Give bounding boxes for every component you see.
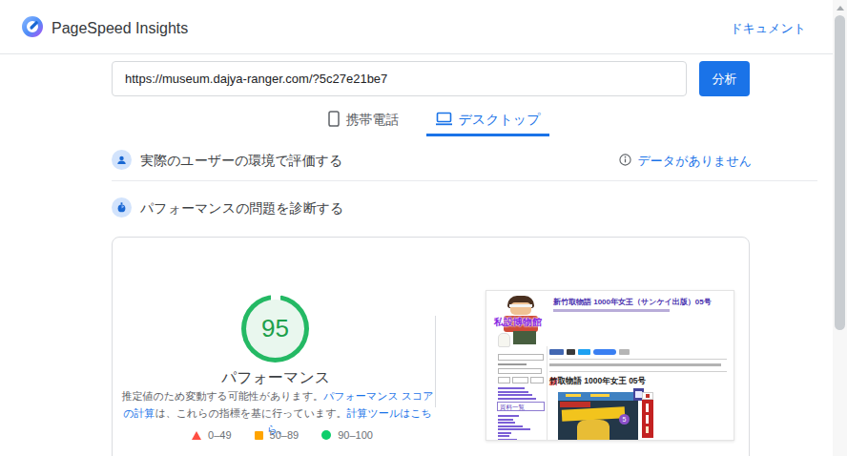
legend-item-average: 50–89 bbox=[255, 429, 300, 441]
performance-score-value: 95 bbox=[261, 314, 289, 343]
score-legend: 0–49 50–89 90–100 bbox=[149, 429, 416, 441]
disclaimer-text-1: 推定値のため変動する可能性があります。 bbox=[122, 390, 324, 402]
legend-item-poor: 0–49 bbox=[192, 429, 231, 441]
red-triangle-icon bbox=[192, 431, 201, 440]
pagespeed-insights-app: PageSpeed Insights ドキュメント 分析 携帯電話 デスクトップ… bbox=[0, 0, 868, 456]
performance-label: パフォーマンス bbox=[180, 368, 371, 388]
thumb-tagline-bar bbox=[553, 309, 670, 312]
orange-square-icon bbox=[255, 431, 263, 440]
tab-mobile[interactable]: 携帯電話 bbox=[324, 107, 403, 134]
performance-report-card: 95 パフォーマンス 推定値のため変動する可能性があります。パフォーマンス スコ… bbox=[112, 237, 750, 456]
thumb-column-divider bbox=[547, 346, 548, 441]
section-divider bbox=[112, 180, 817, 181]
scrollbar-up-arrow[interactable] bbox=[837, 6, 844, 10]
thumb-page-title: 新竹取物語 1000年女王（サンケイ出版）05号 bbox=[553, 298, 731, 307]
disclaimer-text-2: は、これらの指標を基に行っています。 bbox=[155, 407, 346, 419]
legend-range-average: 50–89 bbox=[270, 429, 300, 441]
phone-icon bbox=[328, 111, 340, 130]
legend-range-poor: 0–49 bbox=[208, 429, 231, 441]
tab-desktop[interactable]: デスクトップ bbox=[432, 107, 545, 134]
info-icon bbox=[619, 154, 631, 169]
lab-data-stopwatch-icon bbox=[112, 197, 132, 218]
url-input[interactable] bbox=[112, 61, 687, 96]
app-header: PageSpeed Insights ドキュメント bbox=[0, 0, 833, 54]
tab-desktop-label: デスクトップ bbox=[459, 112, 541, 129]
app-title: PageSpeed Insights bbox=[52, 20, 188, 37]
performance-score-gauge: 95 bbox=[241, 295, 309, 363]
no-data-badge[interactable]: データがありません bbox=[619, 153, 752, 170]
home-link[interactable]: PageSpeed Insights bbox=[21, 15, 188, 42]
laptop-icon bbox=[436, 112, 452, 129]
legend-item-good: 90–100 bbox=[321, 429, 373, 441]
no-data-label: データがありません bbox=[638, 153, 752, 170]
thumb-meta-bar bbox=[549, 363, 721, 366]
score-gauge-fill: 95 bbox=[246, 300, 304, 358]
thumb-share-buttons bbox=[549, 349, 564, 355]
scrollbar-thumb[interactable] bbox=[835, 15, 845, 330]
analyze-button[interactable]: 分析 bbox=[699, 61, 750, 96]
documentation-link[interactable]: ドキュメント bbox=[730, 20, 806, 37]
pagespeed-logo-icon bbox=[21, 15, 44, 42]
legend-range-good: 90–100 bbox=[338, 429, 373, 441]
device-tabs: 携帯電話 デスクトップ bbox=[0, 107, 868, 134]
lab-section-title: パフォーマンスの問題を診断する bbox=[140, 200, 343, 218]
green-circle-icon bbox=[321, 430, 331, 440]
cover-badge: 5 bbox=[619, 414, 630, 425]
card-vertical-divider bbox=[435, 316, 436, 407]
field-section-title: 実際のユーザーの環境で評価する bbox=[140, 153, 342, 170]
screenshot-thumbnail: 私設博物館 新竹取物語 1000年女王（サンケイ出版）05号 資料一覧 bbox=[486, 290, 734, 441]
thumb-sidebar-widgets: 資料一覧 bbox=[486, 291, 546, 441]
tab-mobile-label: 携帯電話 bbox=[346, 112, 400, 129]
thumb-sidebar-box: 資料一覧 bbox=[497, 402, 545, 411]
active-tab-underline bbox=[426, 134, 550, 136]
comic-cover-art: 5 bbox=[558, 388, 654, 441]
field-data-user-icon bbox=[112, 150, 132, 170]
